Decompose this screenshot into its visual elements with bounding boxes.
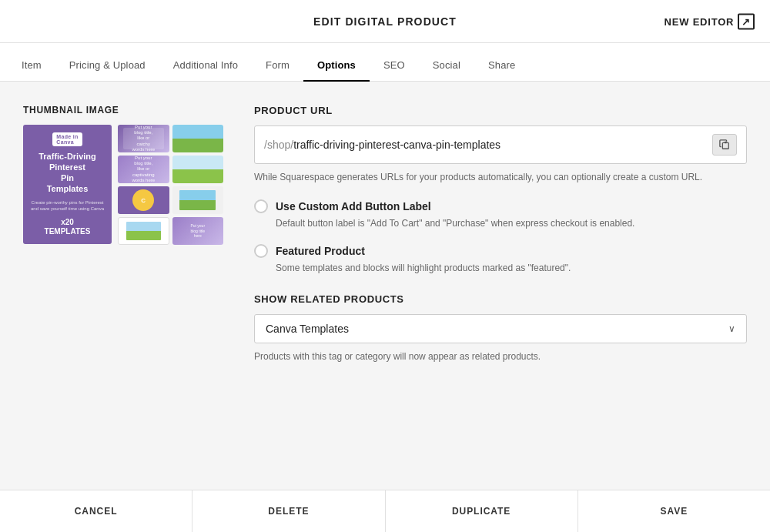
footer: CANCEL DELETE DUPLICATE SAVE <box>0 490 770 532</box>
thumbnail-grid: Put yourblog title,like orcatchywords he… <box>118 125 223 245</box>
tab-seo[interactable]: SEO <box>370 59 419 82</box>
right-column: Product URL /shop/ traffic-driving-pinte… <box>254 105 747 474</box>
tab-additional-info[interactable]: Additional Info <box>159 59 252 82</box>
delete-button[interactable]: DELETE <box>192 490 385 532</box>
tab-social[interactable]: Social <box>419 59 474 82</box>
thumbnail-subtitle: Create pin-worthy pins for Pinterest and… <box>29 199 105 212</box>
related-products-section: Show Related Products Canva Templates ∨ … <box>254 293 747 363</box>
product-url-section: Product URL /shop/ traffic-driving-pinte… <box>254 105 747 184</box>
thumbnail-title: Traffic-DrivingPinterestPinTemplates <box>38 151 96 195</box>
tab-share[interactable]: Share <box>474 59 529 82</box>
thumb-4 <box>172 156 224 183</box>
tab-options[interactable]: Options <box>303 59 370 82</box>
save-button[interactable]: SAVE <box>578 490 770 532</box>
option-title-custom-add: Use Custom Add Button Label <box>276 200 431 212</box>
thumb-2 <box>172 125 224 152</box>
url-prefix: /shop/ <box>264 139 293 151</box>
new-editor-button[interactable]: NEW EDITOR ↗ <box>665 13 755 29</box>
thumb-7 <box>118 217 169 245</box>
related-hint: Products with this tag or category will … <box>254 350 747 363</box>
thumb-8: Put yourblog titlehere <box>172 217 224 245</box>
related-products-dropdown[interactable]: Canva Templates ∨ <box>254 314 747 343</box>
product-url-label: Product URL <box>254 105 747 116</box>
thumb-3: Put yourblog title,like orcaptivatingwor… <box>118 156 169 183</box>
radio-featured-product[interactable] <box>254 244 268 258</box>
page-header: EDIT DIGITAL PRODUCT NEW EDITOR ↗ <box>0 0 770 43</box>
canva-badge: Made inCanva <box>52 132 82 146</box>
thumb-5: C <box>118 186 169 214</box>
option-desc-featured: Some templates and blocks will highlight… <box>276 261 747 275</box>
radio-custom-add-button[interactable] <box>254 199 268 213</box>
cancel-button[interactable]: CANCEL <box>0 490 192 532</box>
thumbnail-label: Thumbnail Image <box>23 105 223 115</box>
related-products-label: Show Related Products <box>254 293 747 305</box>
thumbnail-count: x20TEMPLATES <box>45 218 91 236</box>
url-hint: While Squarespace generates URLs for you… <box>254 170 747 184</box>
tab-form[interactable]: Form <box>252 59 303 82</box>
url-value[interactable]: traffic-driving-pinterest-canva-pin-temp… <box>293 139 712 151</box>
external-link-icon: ↗ <box>738 13 755 29</box>
thumb-6 <box>172 186 224 214</box>
option-custom-add-button: Use Custom Add Button Label Default butt… <box>254 199 747 230</box>
option-featured-product: Featured Product Some templates and bloc… <box>254 244 747 275</box>
tab-pricing-upload[interactable]: Pricing & Upload <box>55 59 159 82</box>
new-editor-label: NEW EDITOR <box>665 15 735 27</box>
thumbnail-main: Made inCanva Traffic-DrivingPinterestPin… <box>23 125 112 244</box>
svg-rect-1 <box>725 142 727 144</box>
tab-item[interactable]: Item <box>8 59 55 82</box>
nav-tabs: Item Pricing & Upload Additional Info Fo… <box>0 43 770 82</box>
main-content: Thumbnail Image Made inCanva Traffic-Dri… <box>0 82 770 490</box>
page-title: EDIT DIGITAL PRODUCT <box>313 15 457 28</box>
svg-rect-0 <box>722 142 728 149</box>
left-column: Thumbnail Image Made inCanva Traffic-Dri… <box>23 105 223 474</box>
url-input-wrapper: /shop/ traffic-driving-pinterest-canva-p… <box>254 125 747 164</box>
option-title-featured: Featured Product <box>276 245 365 257</box>
thumb-1: Put yourblog title,like orcatchywords he… <box>118 125 169 152</box>
duplicate-button[interactable]: DUPLICATE <box>386 490 578 532</box>
url-copy-button[interactable] <box>712 134 737 156</box>
option-desc-custom-add: Default button label is "Add To Cart" an… <box>276 216 747 230</box>
related-dropdown-value: Canva Templates <box>266 323 349 335</box>
copy-icon <box>719 139 730 151</box>
chevron-down-icon: ∨ <box>728 323 735 334</box>
thumbnail-container: Made inCanva Traffic-DrivingPinterestPin… <box>23 125 223 245</box>
